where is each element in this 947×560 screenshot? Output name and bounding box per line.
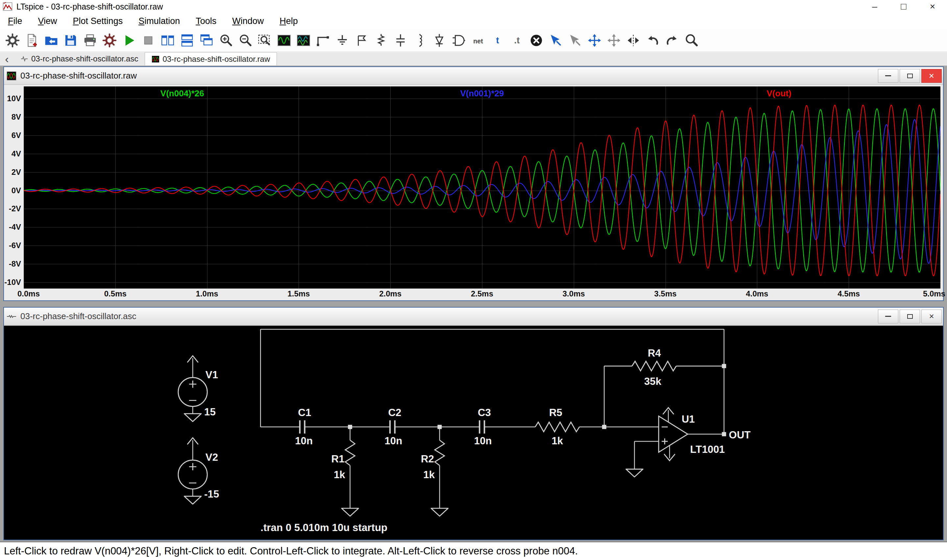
label-R4[interactable]: R4	[648, 348, 661, 359]
app-maximize-button[interactable]: □	[889, 0, 918, 13]
value-R2[interactable]: 1k	[423, 469, 435, 480]
component-button[interactable]	[449, 30, 468, 51]
tab-scroll-left-button[interactable]: ‹	[0, 52, 14, 65]
cascade-windows-button[interactable]	[197, 30, 216, 51]
x-tick-5.0ms[interactable]: 5.0ms	[923, 289, 945, 298]
resistor-R4[interactable]	[632, 361, 676, 371]
menu-help[interactable]: Help	[272, 13, 306, 29]
autorange-waveform-button[interactable]	[274, 30, 294, 51]
value-R5[interactable]: 1k	[551, 435, 563, 447]
value-R4[interactable]: 35k	[644, 375, 662, 387]
value-V1[interactable]: 15	[204, 406, 216, 418]
schematic-window-titlebar[interactable]: 03-rc-phase-shift-oscillator.asc ×	[4, 308, 943, 325]
netlist-button[interactable]: net	[468, 30, 488, 51]
schematic-minimize-button[interactable]	[878, 309, 898, 323]
ground-button[interactable]	[333, 30, 352, 51]
value-U1[interactable]: LT1001	[690, 444, 725, 455]
value-V2[interactable]: -15	[204, 488, 219, 500]
zoom-full-extents-button[interactable]	[255, 30, 274, 51]
resistor-button[interactable]	[371, 30, 391, 51]
app-close-button[interactable]: ×	[918, 0, 947, 13]
waveform-minimize-button[interactable]	[878, 69, 898, 83]
schematic-canvas-region[interactable]: V1 15 V2 -15 C1 10n C2 10n C3 10n R1 1k …	[4, 326, 943, 540]
schematic-restore-button[interactable]	[900, 309, 920, 323]
undo-button[interactable]	[643, 30, 662, 51]
voltage-source-V1[interactable]	[178, 378, 207, 406]
diode-button[interactable]	[430, 30, 449, 51]
capacitor-C3[interactable]	[479, 420, 484, 434]
value-C1[interactable]: 10n	[295, 435, 313, 447]
net-label-button[interactable]	[352, 30, 371, 51]
x-tick-0.5ms[interactable]: 0.5ms	[104, 289, 126, 298]
value-R1[interactable]: 1k	[334, 469, 345, 480]
net-label-out[interactable]: OUT	[729, 429, 751, 441]
y-tick--4V[interactable]: -4V	[9, 223, 21, 231]
menu-simulation[interactable]: Simulation	[131, 13, 188, 29]
redo-button[interactable]	[662, 30, 682, 51]
capacitor-C1[interactable]	[300, 420, 305, 434]
trace-label-V(n004)*26[interactable]: V(n004)*26	[160, 88, 204, 98]
voltage-probe-button[interactable]	[546, 30, 565, 51]
x-tick-1.0ms[interactable]: 1.0ms	[196, 289, 218, 298]
inductor-button[interactable]	[410, 30, 430, 51]
halt-button[interactable]	[139, 30, 158, 51]
y-tick-4V[interactable]: 4V	[11, 149, 21, 158]
value-C2[interactable]: 10n	[384, 435, 402, 447]
x-tick-2.0ms[interactable]: 2.0ms	[379, 289, 402, 298]
zoom-out-button[interactable]	[236, 30, 255, 51]
schematic-canvas[interactable]: V1 15 V2 -15 C1 10n C2 10n C3 10n R1 1k …	[4, 326, 943, 540]
menu-view[interactable]: View	[30, 13, 65, 29]
y-tick-6V[interactable]: 6V	[11, 131, 21, 140]
label-C2[interactable]: C2	[388, 407, 402, 418]
drag-button[interactable]	[604, 30, 624, 51]
trace-label-V(out)[interactable]: V(out)	[767, 88, 791, 98]
voltage-source-V2[interactable]	[178, 460, 207, 489]
label-C1[interactable]: C1	[298, 407, 311, 418]
x-tick-0.0ms[interactable]: 0.0ms	[17, 289, 40, 298]
control-panel-button[interactable]	[3, 30, 22, 51]
save-button[interactable]	[61, 30, 80, 51]
capacitor-button[interactable]	[391, 30, 410, 51]
label-V1[interactable]: V1	[205, 369, 218, 380]
y-tick-8V[interactable]: 8V	[11, 113, 21, 121]
resistor-R2[interactable]	[435, 440, 444, 465]
menu-plot-settings[interactable]: Plot Settings	[65, 13, 131, 29]
y-tick-2V[interactable]: 2V	[11, 168, 21, 177]
schematic-close-button[interactable]: ×	[921, 309, 942, 323]
label-V2[interactable]: V2	[205, 452, 218, 463]
menu-window[interactable]: Window	[224, 13, 272, 29]
plot-area[interactable]: V(n004)*26V(n001)*29V(out)	[24, 86, 941, 289]
spice-directive-text[interactable]: .tran 0 5.010m 10u startup	[260, 522, 387, 533]
mirror-button[interactable]	[624, 30, 643, 51]
resistor-R1[interactable]	[345, 440, 355, 465]
label-R2[interactable]: R2	[421, 453, 434, 465]
x-tick-4.5ms[interactable]: 4.5ms	[838, 289, 860, 298]
waveform-window-titlebar[interactable]: 03-rc-phase-shift-oscillator.raw ×	[4, 67, 943, 85]
move-button[interactable]	[585, 30, 604, 51]
y-tick--2V[interactable]: -2V	[9, 205, 21, 213]
label-U1[interactable]: U1	[682, 414, 695, 425]
cut-button[interactable]	[527, 30, 546, 51]
run-button[interactable]	[119, 30, 139, 51]
wire-button[interactable]	[313, 30, 333, 51]
x-tick-2.5ms[interactable]: 2.5ms	[471, 289, 493, 298]
menu-tools[interactable]: Tools	[188, 13, 224, 29]
fft-waveform-button[interactable]	[294, 30, 313, 51]
y-tick--10V[interactable]: -10V	[4, 278, 21, 286]
print-button[interactable]	[80, 30, 100, 51]
y-axis-labels[interactable]: 10V8V6V4V2V0V-2V-4V-6V-8V-10V	[4, 86, 22, 289]
zoom-in-button[interactable]	[216, 30, 236, 51]
tile-vertical-button[interactable]	[158, 30, 177, 51]
x-tick-4.0ms[interactable]: 4.0ms	[746, 289, 768, 298]
cross-probe-button[interactable]	[565, 30, 585, 51]
waveform-close-button[interactable]: ×	[921, 69, 942, 83]
label-R1[interactable]: R1	[331, 453, 345, 465]
y-tick-10V[interactable]: 10V	[7, 94, 21, 103]
menu-file[interactable]: File	[0, 13, 30, 29]
app-minimize-button[interactable]: –	[860, 0, 889, 13]
label-R5[interactable]: R5	[549, 407, 562, 418]
value-C3[interactable]: 10n	[474, 435, 492, 447]
tile-horizontal-button[interactable]	[177, 30, 197, 51]
capacitor-C2[interactable]	[390, 420, 395, 434]
tab-schematic[interactable]: 03-rc-phase-shift-oscillator.asc	[14, 52, 145, 65]
